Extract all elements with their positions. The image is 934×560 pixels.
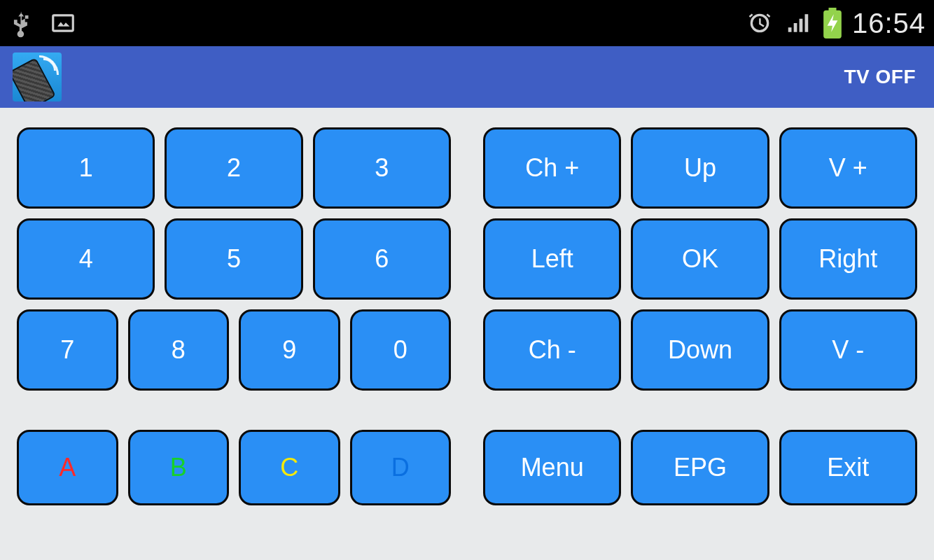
status-right: 16:54 [746, 8, 926, 39]
color-d-button[interactable]: D [350, 430, 452, 505]
battery-charging-icon [823, 8, 842, 38]
signal-icon [783, 10, 813, 36]
content: 1 2 3 4 5 6 7 8 9 0 Ch + Up V [0, 108, 934, 505]
num-2-button[interactable]: 2 [165, 127, 302, 209]
color-keys-panel: A B C D [17, 430, 451, 505]
down-button[interactable]: Down [631, 309, 769, 391]
num-6-button[interactable]: 6 [313, 218, 451, 300]
color-d-label: D [391, 453, 410, 482]
image-icon [48, 10, 78, 36]
num-4-button[interactable]: 4 [17, 218, 155, 300]
num-7-button[interactable]: 7 [17, 309, 118, 391]
num-3-button[interactable]: 3 [313, 127, 451, 209]
android-status-bar: 16:54 [0, 0, 934, 46]
alarm-icon [746, 9, 774, 37]
color-a-button[interactable]: A [17, 430, 118, 505]
menu-panel: Menu EPG Exit [483, 430, 917, 505]
app-bar: TV OFF [0, 46, 934, 108]
volume-down-button[interactable]: V - [779, 309, 917, 391]
left-button[interactable]: Left [483, 218, 621, 300]
menu-button[interactable]: Menu [483, 430, 621, 505]
num-5-button[interactable]: 5 [165, 218, 302, 300]
color-a-label: A [59, 453, 76, 482]
right-button[interactable]: Right [779, 218, 917, 300]
epg-button[interactable]: EPG [631, 430, 769, 505]
color-b-button[interactable]: B [128, 430, 230, 505]
color-c-label: C [280, 453, 298, 482]
up-button[interactable]: Up [631, 127, 769, 209]
status-time: 16:54 [852, 8, 926, 39]
color-b-label: B [170, 453, 187, 482]
num-1-button[interactable]: 1 [17, 127, 155, 209]
tv-off-button[interactable]: TV OFF [838, 59, 921, 95]
usb-icon [8, 7, 35, 39]
app-icon [13, 52, 62, 102]
num-9-button[interactable]: 9 [239, 309, 340, 391]
exit-button[interactable]: Exit [779, 430, 917, 505]
numpad-panel: 1 2 3 4 5 6 7 8 9 0 [17, 127, 451, 391]
ok-button[interactable]: OK [631, 218, 769, 300]
status-left [8, 7, 78, 39]
volume-up-button[interactable]: V + [779, 127, 917, 209]
nav-panel: Ch + Up V + Left OK Right Ch - Down V - [483, 127, 917, 391]
num-8-button[interactable]: 8 [128, 309, 230, 391]
num-0-button[interactable]: 0 [350, 309, 452, 391]
color-c-button[interactable]: C [239, 430, 340, 505]
channel-up-button[interactable]: Ch + [483, 127, 621, 209]
channel-down-button[interactable]: Ch - [483, 309, 621, 391]
